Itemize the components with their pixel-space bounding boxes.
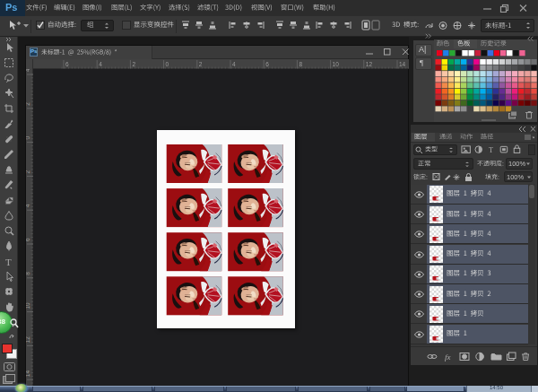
svg-text:2: 2 xyxy=(26,102,30,106)
svg-text:8: 8 xyxy=(26,272,30,275)
svg-text:2: 2 xyxy=(132,61,135,67)
svg-text:10: 10 xyxy=(26,302,30,309)
svg-text:6: 6 xyxy=(65,61,69,67)
svg-text:fx: fx xyxy=(445,353,451,362)
svg-text:14: 14 xyxy=(26,370,30,378)
svg-text:12: 12 xyxy=(26,336,30,344)
svg-text:6: 6 xyxy=(265,61,269,67)
svg-text:2: 2 xyxy=(199,61,203,67)
svg-text:10: 10 xyxy=(333,61,340,67)
svg-text:6: 6 xyxy=(26,238,30,241)
svg-text:4: 4 xyxy=(232,61,236,67)
svg-text:12: 12 xyxy=(366,61,373,67)
svg-text:8: 8 xyxy=(299,61,302,67)
svg-text:4: 4 xyxy=(26,69,30,72)
svg-text:T: T xyxy=(5,257,12,267)
svg-text:14: 14 xyxy=(399,61,406,67)
svg-text:4: 4 xyxy=(26,204,30,207)
svg-text:0: 0 xyxy=(166,61,169,67)
svg-text:2: 2 xyxy=(26,170,30,173)
svg-text:0: 0 xyxy=(26,136,30,140)
svg-text:4: 4 xyxy=(99,61,102,67)
svg-text:T: T xyxy=(489,145,494,154)
